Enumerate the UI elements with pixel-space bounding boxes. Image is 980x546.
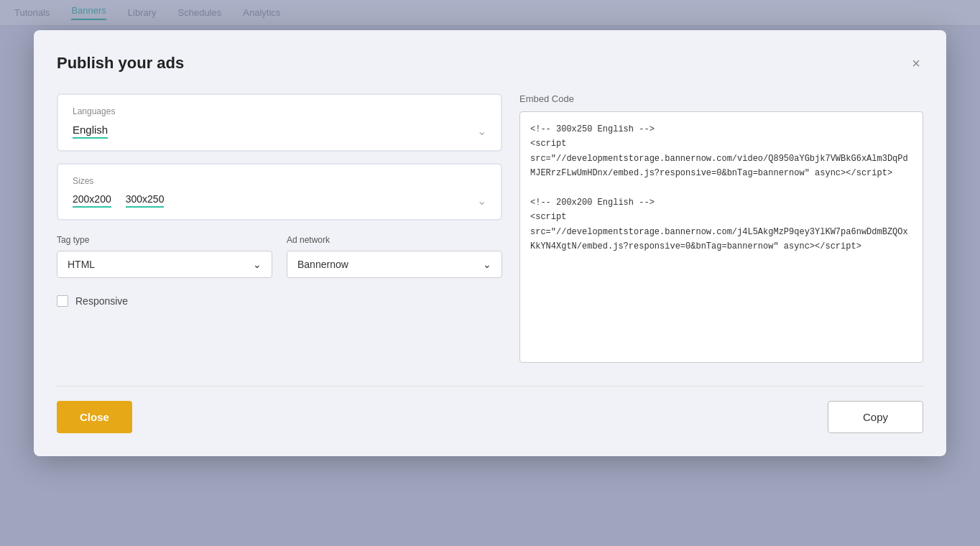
responsive-checkbox[interactable] xyxy=(57,295,68,307)
chevron-down-icon: ⌄ xyxy=(483,259,491,270)
languages-label: Languages xyxy=(73,106,486,116)
ad-network-select[interactable]: Bannernow ⌄ xyxy=(287,251,502,278)
modal-body: Languages English ⌄ Sizes 200x200 300x25… xyxy=(57,93,923,363)
size-tag-1: 300x250 xyxy=(126,193,165,208)
tag-type-select[interactable]: HTML ⌄ xyxy=(57,251,272,278)
chevron-down-icon: ⌄ xyxy=(477,124,486,138)
modal-footer: Close Copy xyxy=(57,386,923,433)
sizes-selected-list: 200x200 300x250 xyxy=(73,193,164,208)
ad-network-label: Ad network xyxy=(287,235,502,245)
tag-type-label: Tag type xyxy=(57,235,272,245)
close-button[interactable]: Close xyxy=(57,401,132,433)
languages-dropdown-box[interactable]: Languages English ⌄ xyxy=(57,93,502,152)
left-panel: Languages English ⌄ Sizes 200x200 300x25… xyxy=(57,93,502,363)
modal-close-button[interactable]: × xyxy=(909,53,923,73)
tag-type-value: HTML xyxy=(68,259,95,270)
copy-button[interactable]: Copy xyxy=(828,401,923,433)
modal-title: Publish your ads xyxy=(57,54,184,73)
responsive-row: Responsive xyxy=(57,295,502,307)
sizes-label: Sizes xyxy=(73,176,486,186)
size-tag-0: 200x200 xyxy=(73,193,111,208)
options-row: Tag type HTML ⌄ Ad network Bannernow ⌄ xyxy=(57,235,502,278)
close-icon: × xyxy=(912,55,920,71)
right-panel: Embed Code xyxy=(519,93,923,363)
tag-type-group: Tag type HTML ⌄ xyxy=(57,235,272,278)
embed-code-label: Embed Code xyxy=(519,93,923,104)
chevron-down-icon: ⌄ xyxy=(253,259,262,270)
sizes-dropdown-box[interactable]: Sizes 200x200 300x250 ⌄ xyxy=(57,163,502,221)
languages-row: English ⌄ xyxy=(73,124,486,139)
language-selected-value: English xyxy=(73,124,108,139)
embed-code-textarea[interactable] xyxy=(519,111,923,363)
sizes-row: 200x200 300x250 ⌄ xyxy=(73,193,486,208)
modal-header: Publish your ads × xyxy=(57,53,923,73)
publish-modal: Publish your ads × Languages English ⌄ S… xyxy=(34,30,946,456)
chevron-down-icon: ⌄ xyxy=(477,194,486,208)
ad-network-value: Bannernow xyxy=(297,259,348,270)
responsive-label: Responsive xyxy=(75,295,128,307)
ad-network-group: Ad network Bannernow ⌄ xyxy=(287,235,502,278)
